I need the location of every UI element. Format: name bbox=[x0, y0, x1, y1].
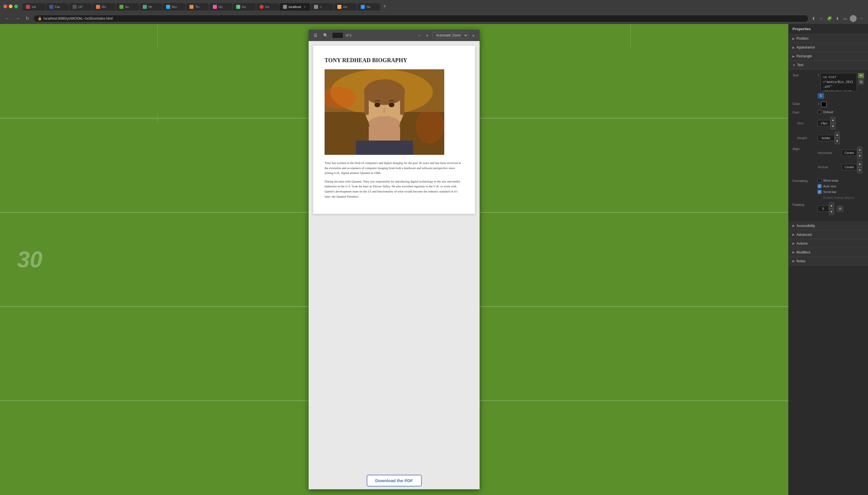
horizontal-align-row: Horizontal: ▲ ▼ bbox=[818, 147, 862, 159]
tab-47[interactable]: (47 bbox=[69, 3, 92, 11]
extensions-button[interactable]: 🧩 bbox=[826, 15, 833, 22]
vertical-input[interactable] bbox=[842, 164, 857, 170]
avatar[interactable] bbox=[850, 15, 856, 22]
size-increment-button[interactable]: ▲ bbox=[830, 117, 835, 123]
text-copy-button[interactable]: ⧉ bbox=[858, 79, 864, 85]
close-traffic-light[interactable] bbox=[3, 4, 7, 8]
trailing-ellipses-checkbox[interactable] bbox=[818, 195, 821, 200]
back-button[interactable]: ← bbox=[3, 15, 12, 22]
pdf-sidebar-toggle[interactable]: ☰ bbox=[312, 32, 319, 38]
padding-decrement-button[interactable]: ▼ bbox=[829, 209, 834, 215]
tab-ho1[interactable]: Ho bbox=[210, 3, 232, 11]
tab-htt[interactable]: htt bbox=[139, 3, 162, 11]
menu-button[interactable]: ⋯ bbox=[858, 15, 865, 22]
maximize-traffic-light[interactable] bbox=[14, 4, 18, 8]
pdf-zoom-in[interactable]: + bbox=[424, 32, 430, 38]
tab-au[interactable]: Au bbox=[116, 3, 139, 11]
tab-favicon-47 bbox=[73, 5, 77, 9]
tab-bic[interactable]: Bic bbox=[93, 3, 116, 11]
pdf-zoom-out[interactable]: − bbox=[416, 32, 422, 38]
font-controls: Default bbox=[818, 110, 833, 114]
pdf-portrait-svg bbox=[324, 69, 444, 155]
horizontal-input[interactable] bbox=[842, 150, 857, 156]
tab-ne[interactable]: Ne bbox=[357, 3, 380, 11]
share-button[interactable]: ⬆ bbox=[811, 15, 816, 22]
reload-button[interactable]: ↻ bbox=[24, 15, 31, 22]
tab-tin[interactable]: Tin bbox=[186, 3, 209, 11]
browser-chrome: Inb Fac (47 Bic Au htt bbox=[0, 0, 868, 24]
weight-input[interactable] bbox=[818, 135, 835, 141]
weight-decrement-button[interactable]: ▼ bbox=[835, 138, 840, 144]
tab-bro[interactable]: Bro bbox=[163, 3, 185, 11]
position-section-header[interactable]: ▶ Position bbox=[789, 34, 868, 43]
pdf-search-button[interactable]: 🔍 bbox=[321, 32, 330, 38]
horizontal-increment-button[interactable]: ▲ bbox=[857, 147, 862, 153]
padding-increment-button[interactable]: ▲ bbox=[829, 202, 834, 209]
tab-ho3[interactable]: Ho bbox=[334, 3, 357, 11]
auto-size-label: Auto size bbox=[823, 185, 836, 188]
pdf-zoom-select[interactable]: Automatic Zoom 50% 75% 100% bbox=[432, 32, 468, 39]
rectangle-section-header[interactable]: ▶ Rectangle bbox=[789, 52, 868, 61]
auto-size-checkbox[interactable] bbox=[818, 184, 821, 188]
padding-input[interactable] bbox=[818, 206, 829, 212]
word-wrap-row: Word wrap bbox=[818, 178, 854, 183]
new-tab-button[interactable]: + bbox=[381, 2, 388, 11]
color-prop-row: Color: ⤴ bbox=[793, 102, 864, 107]
download-pdf-button[interactable]: Download the PDF bbox=[367, 475, 422, 487]
padding-expand-button[interactable]: ⊞ bbox=[837, 206, 843, 212]
text-section-content: Text: ⤴ <a href ="media/Bio_2021.pdf" at… bbox=[789, 70, 868, 222]
pdf-nav-end[interactable]: » bbox=[471, 32, 476, 38]
horizontal-decrement-button[interactable]: ▼ bbox=[857, 153, 862, 159]
font-default-checkbox[interactable] bbox=[818, 110, 821, 114]
tab-label-fb: Fac bbox=[55, 5, 60, 8]
size-input[interactable] bbox=[818, 120, 830, 126]
color-share-icon[interactable]: ⤴ bbox=[818, 102, 819, 106]
accessibility-section-header[interactable]: ▶ Accessibility bbox=[789, 222, 868, 231]
tab-favicon-x bbox=[314, 5, 318, 9]
forward-button[interactable]: → bbox=[14, 15, 22, 22]
text-textarea[interactable]: <a href ="media/Bio_2021.pdf" attributes… bbox=[820, 73, 857, 91]
accessibility-label: Accessibility bbox=[796, 224, 815, 228]
advanced-section-header[interactable]: ▶ Advanced bbox=[789, 231, 868, 239]
appearance-section-header[interactable]: ▶ Appearance bbox=[789, 43, 868, 52]
dollar-button[interactable]: $ bbox=[818, 93, 824, 99]
scroll-bar-checkbox[interactable] bbox=[818, 190, 821, 194]
word-wrap-checkbox[interactable] bbox=[818, 178, 821, 183]
pdf-page-of: of 3 bbox=[346, 33, 351, 37]
tab-ho2[interactable]: Ho bbox=[233, 3, 255, 11]
bookmark-button[interactable]: ☆ bbox=[818, 15, 824, 22]
vertical-decrement-button[interactable]: ▼ bbox=[857, 167, 862, 173]
pdf-page-1: TONY REDHEAD BIOGRAPHY bbox=[313, 46, 475, 214]
svg-point-11 bbox=[364, 79, 405, 105]
text-edit-button[interactable]: ✏ bbox=[858, 73, 864, 79]
tab-close-localhost[interactable]: ✕ bbox=[303, 5, 307, 9]
tab-label-ne: Ne bbox=[367, 5, 370, 8]
tab-label-bic: Bic bbox=[102, 5, 106, 8]
tab-gmail[interactable]: Inb bbox=[22, 3, 45, 11]
actions-section-header[interactable]: ▶ Actions bbox=[789, 239, 868, 248]
vertical-increment-button[interactable]: ▲ bbox=[857, 161, 862, 167]
tab-do[interactable]: Do bbox=[256, 3, 279, 11]
field-number-left: 30 bbox=[17, 246, 42, 273]
pdf-page-input[interactable]: 1 bbox=[332, 32, 343, 38]
weight-increment-button[interactable]: ▲ bbox=[835, 132, 840, 138]
title-bar: Inb Fac (47 Bic Au htt bbox=[0, 0, 868, 13]
minimize-traffic-light[interactable] bbox=[9, 4, 13, 8]
sidebar-toggle[interactable]: ▭ bbox=[842, 15, 848, 22]
color-swatch[interactable] bbox=[821, 102, 827, 107]
download-nav-button[interactable]: ⬇ bbox=[835, 15, 840, 22]
address-bar[interactable]: 🔒 localhost:8080/yoWlOOkL~hx35ox/index.h… bbox=[33, 15, 809, 22]
download-btn-container: Download the PDF bbox=[361, 469, 427, 492]
tab-x[interactable]: × bbox=[311, 3, 333, 11]
text-section-header[interactable]: ▼ Text bbox=[789, 61, 868, 70]
text-label: Text bbox=[797, 63, 803, 67]
notes-section-header[interactable]: ▶ Notes bbox=[789, 257, 868, 266]
tab-facebook[interactable]: Fac bbox=[46, 3, 69, 11]
modifiers-section-header[interactable]: ▶ Modifiers bbox=[789, 248, 868, 257]
position-label: Position bbox=[796, 36, 809, 40]
text-share-icon[interactable]: ⤴ bbox=[818, 73, 819, 77]
tab-localhost[interactable]: localhost ✕ bbox=[280, 3, 310, 11]
url-text: localhost:8080/yoWlOOkL~hx35ox/index.htm… bbox=[43, 17, 112, 20]
nav-bar: ← → ↻ 🔒 localhost:8080/yoWlOOkL~hx35ox/i… bbox=[0, 13, 868, 24]
size-decrement-button[interactable]: ▼ bbox=[830, 123, 835, 130]
